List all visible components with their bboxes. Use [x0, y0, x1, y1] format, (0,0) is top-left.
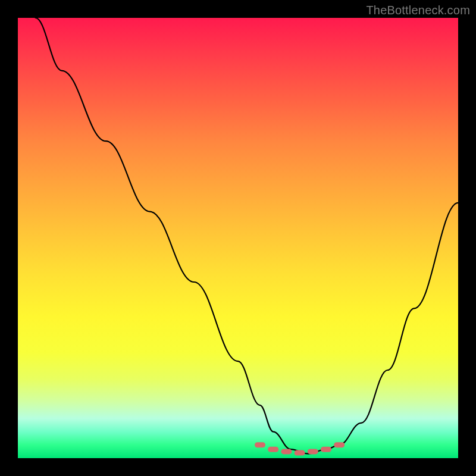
bottleneck-curve-path: [36, 18, 458, 454]
bottom-marker: [321, 447, 331, 452]
bottom-marker: [281, 449, 292, 454]
bottom-marker: [268, 447, 278, 452]
bottom-marker: [255, 442, 265, 447]
bottom-markers: [255, 442, 345, 455]
bottom-marker: [334, 442, 345, 447]
bottom-marker: [295, 450, 305, 456]
plot-area: [18, 18, 458, 458]
chart-frame: TheBottleneck.com: [0, 0, 476, 476]
curve-svg: [18, 18, 458, 458]
watermark-text: TheBottleneck.com: [366, 4, 470, 17]
bottom-marker: [308, 449, 318, 454]
